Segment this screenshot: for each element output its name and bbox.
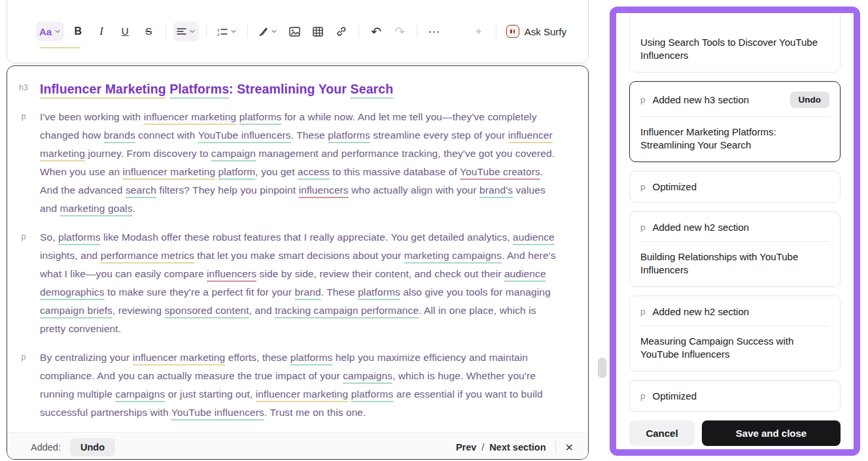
chevron-down-icon — [230, 28, 237, 35]
redo-button[interactable]: ↷ — [390, 22, 409, 41]
paragraph-text[interactable]: By centralizing your influencer marketin… — [40, 349, 563, 422]
text-span: to this massive database of — [330, 166, 460, 177]
text-span: insights, and — [40, 250, 101, 261]
svg-text:2: 2 — [217, 33, 220, 36]
paragraph-text[interactable]: So, platforms like Modash offer these ro… — [40, 228, 563, 338]
text-span: who actually align with your — [349, 184, 479, 196]
keyword-span: influencer marketing — [144, 111, 237, 122]
text-style-label: Aa — [39, 26, 52, 37]
keyword-span: platforms — [328, 129, 370, 141]
toolbar-divider — [358, 25, 359, 38]
undo-section-button[interactable]: Undo — [70, 438, 115, 456]
text-span: that let you make smart decisions about … — [194, 250, 404, 261]
change-card[interactable]: pOptimized — [629, 171, 841, 203]
undo-change-button[interactable]: Undo — [790, 92, 830, 108]
surfy-face-icon — [506, 25, 519, 38]
toolbar-divider — [165, 25, 166, 38]
toolbar-divider — [206, 25, 207, 38]
change-card-header: pOptimized — [640, 181, 829, 192]
keyword-span: access — [298, 166, 330, 177]
current-section-box: h3Influencer Marketing Platforms: Stream… — [7, 65, 589, 460]
keyword-span: YouTube influencers — [198, 129, 291, 141]
highlight-pen-dropdown[interactable] — [255, 22, 281, 41]
text-span: journey. From discovery to — [85, 148, 211, 159]
keyword-span: audience — [513, 231, 555, 243]
text-span: . These — [321, 286, 358, 298]
insert-link-button[interactable] — [332, 22, 351, 41]
insert-image-button[interactable] — [285, 22, 304, 41]
keyword-span: marketing campaigns — [404, 250, 502, 261]
text-span: also give you tools for managing — [400, 286, 551, 298]
change-description: Optimized — [653, 390, 697, 401]
next-section-button[interactable]: Next section — [489, 442, 546, 452]
editor-block-p[interactable]: pSo, platforms like Modash offer these r… — [7, 228, 570, 349]
text-span: or just starting out, — [165, 388, 255, 400]
change-card[interactable]: pOptimized — [629, 380, 841, 412]
strikethrough-button[interactable]: S — [139, 22, 158, 41]
insert-table-button[interactable] — [308, 22, 328, 41]
table-icon — [313, 27, 323, 37]
keyword-span: campaign briefs — [40, 305, 113, 316]
block-type-marker: p — [640, 222, 646, 232]
keyword-span: influencers — [207, 268, 256, 279]
change-card[interactable]: pAdded new h2 sectionBuilding Relationsh… — [629, 211, 841, 287]
panel-resize-handle[interactable] — [598, 358, 606, 378]
change-card[interactable]: Using Search Tools to Discover YouTube I… — [629, 13, 841, 73]
editor-block-h3[interactable]: h3Influencer Marketing Platforms: Stream… — [7, 79, 570, 108]
bold-button[interactable]: B — [68, 22, 88, 41]
cancel-button[interactable]: Cancel — [629, 420, 695, 446]
more-options-button[interactable]: ⋯ — [425, 22, 444, 41]
text-span: I've been working with — [40, 111, 144, 122]
text-style-dropdown[interactable]: Aa — [36, 22, 64, 41]
keyword-span: Influencer Marketing — [40, 82, 166, 96]
editor-block-p[interactable]: pBy centralizing your influencer marketi… — [7, 349, 570, 432]
toolbar-divider — [247, 25, 248, 38]
card-divider — [640, 241, 829, 242]
change-card-header: pAdded new h2 section — [640, 222, 829, 233]
change-card[interactable]: pAdded new h2 sectionMeasuring Campaign … — [629, 296, 841, 371]
formatting-toolbar: Aa B I U S 12 ↶ ↷ — [36, 18, 569, 44]
block-type-marker: p — [7, 108, 40, 121]
keyword-span: campaigns — [343, 370, 392, 381]
change-card-selected[interactable]: pAdded new h3 sectionUndoInfluencer Mark… — [629, 81, 841, 162]
change-description: Added new h2 section — [653, 306, 750, 317]
ask-surfy-button[interactable]: Ask Surfy — [504, 25, 569, 38]
list-dropdown[interactable]: 12 — [214, 22, 240, 41]
alignment-dropdown[interactable] — [173, 22, 199, 41]
paragraph-text[interactable]: I've been working with influencer market… — [40, 108, 563, 218]
prev-section-button[interactable]: Prev — [456, 442, 476, 452]
text-span: By centralizing your — [40, 352, 133, 363]
toolbar-divider — [496, 25, 496, 38]
keyword-span: brand — [294, 286, 321, 298]
panel-actions: Cancel Save and close — [629, 420, 841, 446]
keyword-span: brand's — [479, 184, 513, 196]
text-span: : Streamlining Your — [229, 82, 350, 96]
keyword-span: platforms — [58, 231, 101, 243]
ai-sparkle-button[interactable]: ✦ — [469, 22, 489, 41]
keyword-span: Search — [351, 82, 394, 96]
keyword-span: campaigns — [115, 388, 165, 400]
keyword-span: Platforms — [169, 82, 229, 96]
ask-surfy-label: Ask Surfy — [525, 26, 566, 37]
text-span: , you get — [255, 166, 298, 177]
svg-text:1: 1 — [217, 27, 220, 31]
app-window: YouTube. Trust me on this one. Aa B I U … — [0, 0, 868, 461]
block-type-marker: p — [640, 307, 646, 316]
keyword-span: YouTube influencers — [171, 407, 264, 418]
italic-button[interactable]: I — [92, 22, 111, 41]
section-heading[interactable]: Influencer Marketing Platforms: Streamli… — [40, 79, 563, 99]
ordered-list-icon: 12 — [217, 27, 228, 36]
text-span: side by side, review their content, and … — [256, 268, 504, 279]
close-icon[interactable]: ✕ — [565, 441, 574, 454]
changes-panel-frame: Using Search Tools to Discover YouTube I… — [610, 7, 860, 456]
undo-button[interactable]: ↶ — [366, 22, 386, 41]
save-and-close-button[interactable]: Save and close — [702, 420, 841, 446]
change-card-body: Building Relationships with YouTube Infl… — [640, 250, 829, 277]
block-type-marker: p — [640, 391, 646, 401]
block-type-marker: p — [7, 349, 40, 362]
keyword-span: brands — [104, 129, 135, 141]
block-type-marker: p — [640, 95, 646, 105]
editor-block-p[interactable]: pI've been working with influencer marke… — [7, 108, 570, 228]
text-span: streamline every step of your — [370, 129, 508, 141]
underline-button[interactable]: U — [115, 22, 135, 41]
